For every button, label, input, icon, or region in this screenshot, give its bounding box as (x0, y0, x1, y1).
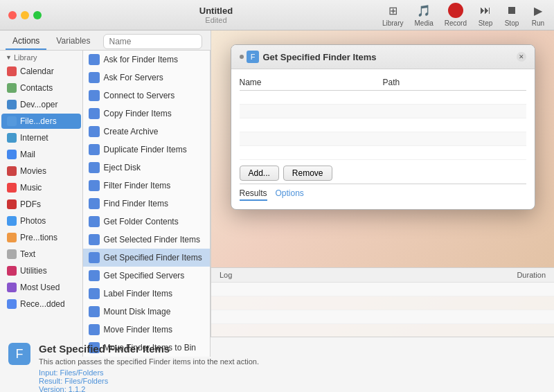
bottom-info: Get Specified Finder Items This action p… (39, 343, 546, 392)
sidebar-item-movies[interactable]: Movies (1, 163, 81, 179)
remove-button[interactable]: Remove (283, 166, 332, 181)
sidebar-item-contacts[interactable]: Contacts (1, 80, 81, 96)
dialog-rows (240, 91, 526, 160)
action-connect-servers[interactable]: Connect to Servers (83, 87, 210, 105)
action-get-specified[interactable]: Get Specified Finder Items (83, 249, 210, 267)
action-ask-servers[interactable]: Ask For Servers (83, 69, 210, 87)
search-input[interactable] (103, 34, 203, 49)
result-value: Files/Folders (64, 377, 108, 385)
action-icon (89, 234, 100, 245)
sidebar-item-label: Calendar (20, 66, 54, 76)
bottom-icon: F (8, 343, 30, 365)
sidebar-item-photos[interactable]: Photos (1, 213, 81, 229)
dialog-overlay: F Get Specified Finder Items ✕ Name Path (211, 30, 554, 267)
action-create-archive[interactable]: Create Archive (83, 123, 210, 141)
sidebar-item-developer[interactable]: Dev...oper (1, 97, 81, 112)
sidebar-item-label: Mail (20, 150, 35, 159)
action-get-selected[interactable]: Get Selected Finder Items (83, 231, 210, 249)
action-icon (89, 216, 100, 227)
action-mount-disk[interactable]: Mount Disk Image (83, 303, 210, 321)
tab-variables[interactable]: Variables (49, 33, 97, 50)
sidebar-item-recent[interactable]: Rece...dded (1, 296, 81, 312)
log-row (211, 283, 554, 296)
sidebar-item-label: Contacts (20, 83, 53, 93)
action-find-finder[interactable]: Find Finder Items (83, 195, 210, 213)
sidebar-item-internet[interactable]: Internet (1, 130, 81, 145)
action-label-finder[interactable]: Label Finder Items (83, 285, 210, 303)
record-label: Record (445, 19, 467, 27)
log-row (211, 296, 554, 310)
input-value: Files/Folders (60, 368, 104, 377)
sidebar-item-label: Movies (20, 166, 46, 176)
maximize-button[interactable] (33, 11, 42, 19)
version-value: 1.1.2 (69, 385, 85, 392)
sidebar-item-calendar[interactable]: Calendar (1, 64, 81, 79)
dialog-close-button[interactable]: ✕ (517, 52, 526, 62)
sidebar-item-label: File...ders (20, 116, 57, 126)
window-controls (8, 11, 42, 19)
toolbar-stop[interactable]: ⏹ Stop (504, 3, 519, 27)
sidebar-item-text[interactable]: Text (1, 247, 81, 262)
result-label: Result: (39, 377, 62, 385)
action-move-finder[interactable]: Move Finder Items (83, 321, 210, 339)
sidebar: ▼ Library Calendar Contacts Dev...oper (0, 51, 83, 357)
toolbar-run[interactable]: ▶ Run (530, 3, 546, 27)
internet-icon (7, 133, 17, 143)
action-tabs: Actions Variables (0, 30, 211, 51)
step-icon: ⏭ (478, 3, 493, 18)
sidebar-item-pdfs[interactable]: PDFs (1, 197, 81, 212)
bottom-panel-version: Version: 1.1.2 (39, 385, 546, 392)
action-icon (89, 126, 100, 137)
sidebar-item-label: Most Used (20, 283, 60, 292)
action-icon (89, 54, 100, 65)
action-filter-finder[interactable]: Filter Finder Items (83, 177, 210, 195)
stop-label: Stop (505, 19, 519, 27)
sidebar-item-mostused[interactable]: Most Used (1, 280, 81, 295)
bottom-panel-result: Result: Files/Folders (39, 377, 546, 385)
minimize-button[interactable] (21, 11, 29, 19)
sidebar-item-label: Utilities (20, 266, 47, 276)
mail-icon (7, 150, 17, 159)
title-info: Untitled Edited (50, 6, 382, 24)
left-panel: Actions Variables ▼ Library Calendar Co (0, 30, 211, 337)
add-button[interactable]: Add... (240, 166, 279, 181)
toolbar: ⊞ Library 🎵 Media Record ⏭ Step ⏹ Stop ▶… (382, 3, 546, 27)
bottom-panel-input: Input: Files/Folders (39, 368, 546, 377)
chevron-down-icon: ▼ (6, 54, 12, 61)
log-area: Log Duration (211, 267, 554, 337)
main-area: Actions Variables ▼ Library Calendar Co (0, 30, 554, 337)
tab-actions[interactable]: Actions (6, 33, 46, 50)
action-duplicate-finder[interactable]: Duplicate Finder Items (83, 141, 210, 159)
action-ask-finder[interactable]: Ask for Finder Items (83, 51, 210, 69)
action-eject-disk[interactable]: Eject Disk (83, 159, 210, 177)
sidebar-item-label: PDFs (20, 199, 41, 209)
dialog-title: Get Specified Finder Items (263, 52, 517, 62)
action-icon (89, 270, 100, 281)
toolbar-media[interactable]: 🎵 Media (415, 3, 434, 27)
sidebar-item-label: Internet (20, 133, 48, 143)
sidebar-item-label: Photos (20, 216, 46, 226)
dialog-row (240, 118, 526, 132)
run-icon: ▶ (530, 3, 546, 18)
sidebar-item-finder[interactable]: File...ders (1, 114, 81, 129)
action-get-folder[interactable]: Get Folder Contents (83, 213, 210, 231)
action-get-servers[interactable]: Get Specified Servers (83, 267, 210, 285)
sidebar-item-label: Music (20, 183, 42, 193)
sidebar-item-mail[interactable]: Mail (1, 147, 81, 162)
action-icon (89, 72, 100, 83)
dialog-tab-results[interactable]: Results (240, 187, 267, 201)
app-title: Untitled (50, 6, 382, 16)
dialog-col-path: Path (383, 78, 526, 87)
sidebar-item-utilities[interactable]: Utilities (1, 263, 81, 278)
toolbar-step[interactable]: ⏭ Step (478, 3, 493, 27)
close-button[interactable] (8, 11, 17, 19)
sidebar-item-music[interactable]: Music (1, 180, 81, 195)
dialog-tab-options[interactable]: Options (276, 187, 304, 201)
svg-text:F: F (16, 347, 24, 361)
log-col-duration: Duration (490, 271, 546, 279)
pdfs-icon (7, 199, 17, 209)
action-copy-finder[interactable]: Copy Finder Items (83, 105, 210, 123)
toolbar-library[interactable]: ⊞ Library (382, 3, 404, 27)
sidebar-item-presentations[interactable]: Pre...tions (1, 230, 81, 245)
toolbar-record[interactable]: Record (445, 3, 467, 27)
